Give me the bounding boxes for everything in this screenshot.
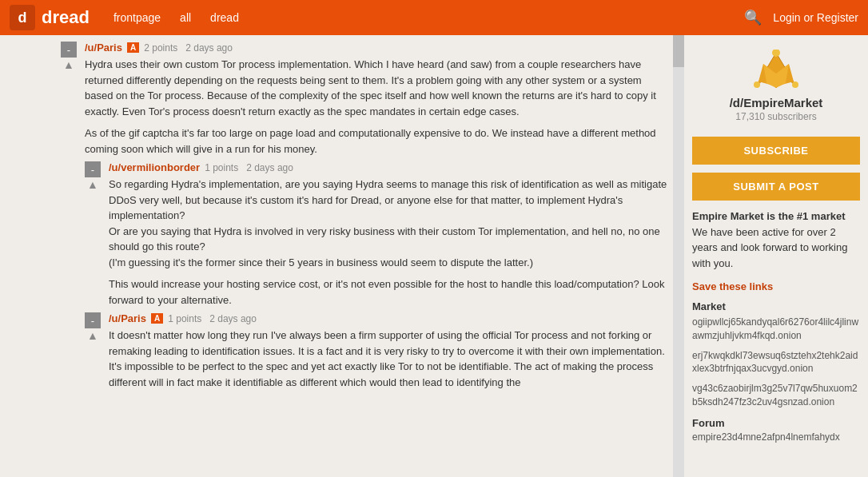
market-link-1[interactable]: ogiipwllcj65kandyqal6r6276or4lilc4jlinwa… [692,316,860,343]
vote-minus-3[interactable]: - [85,312,101,328]
svg-point-2 [754,81,760,88]
scrollbar-thumb[interactable] [673,35,684,67]
logo-icon: d [10,5,35,30]
main-container: - ▲ /u/Paris A 2 points 2 days ago Hydra… [0,35,868,477]
sidebar: /d/EmpireMarket 17,310 subscribers SUBSC… [684,35,868,477]
comment-header-1: /u/Paris A 2 points 2 days ago [85,42,670,54]
crown-icon [751,50,802,91]
community-name: /d/EmpireMarket [730,96,823,109]
comment-text-1: Hydra uses their own custom Tor process … [85,57,670,157]
vote-up-arrow-1[interactable]: ▲ [63,59,74,70]
save-links-heading: Save these links [692,280,860,292]
sidebar-logo-area: /d/EmpireMarket 17,310 subscribers [692,42,860,129]
nav-dread[interactable]: dread [210,11,239,24]
logo-text: dread [42,7,90,28]
svg-point-1 [772,50,780,57]
scrollbar-track[interactable] [673,35,684,477]
comment-main-1: /u/Paris A 2 points 2 days ago Hydra use… [85,42,670,157]
login-link[interactable]: Login [773,11,800,24]
vote-up-arrow-2[interactable]: ▲ [87,179,98,190]
search-icon[interactable]: 🔍 [744,9,762,26]
comment-main-2: /u/vermilionborder 1 points 2 days ago S… [109,161,670,308]
comment-meta-1: 2 points 2 days ago [144,42,233,54]
comment-header-2: /u/vermilionborder 1 points 2 days ago [109,161,670,173]
nav-right: 🔍 Login or Register [744,9,858,26]
forum-title: Forum [692,417,860,429]
market-link-3[interactable]: vg43c6zaobirjlm3g25v7l7qw5huxuom2b5ksdh2… [692,382,860,409]
market-link-2[interactable]: erj7kwqkdkl73ewsuq6stztehx2tehk2aidxlex3… [692,349,860,376]
market-title: Market [692,300,860,312]
sidebar-desc-bold: Empire Market is the #1 market [692,210,845,222]
nav-auth: Login or Register [773,11,858,24]
sidebar-desc-text: We have been active for over 2 years and… [692,226,847,269]
comment-main-3: /u/Paris A 1 points 2 days ago It doesn'… [109,312,670,390]
subscriber-count: 17,310 subscribers [735,111,816,122]
username-3[interactable]: /u/Paris [109,312,146,324]
username-1[interactable]: /u/Paris [85,42,122,54]
comment-meta-2: 1 points 2 days ago [205,162,293,173]
nav-all[interactable]: all [180,11,191,24]
comment-vote-2: - ▲ [83,161,102,308]
sidebar-description: Empire Market is the #1 market We have b… [692,209,860,271]
user-badge-3: A [151,313,163,324]
comment-text-2: So regarding Hydra's implementation, are… [109,177,670,308]
comment-block-3: - ▲ /u/Paris A 1 points 2 days ago It do… [80,312,673,390]
username-2[interactable]: /u/vermilionborder [109,161,200,173]
comment-block-2: - ▲ /u/vermilionborder 1 points 2 days a… [80,161,673,308]
register-link[interactable]: Register [817,11,858,24]
vote-up-arrow-3[interactable]: ▲ [87,330,98,341]
top-nav: d dread frontpage all dread 🔍 Login or R… [0,0,868,35]
comment-block: - ▲ /u/Paris A 2 points 2 days ago Hydra… [56,42,673,157]
nav-links: frontpage all dread [113,11,239,24]
left-gutter [0,35,56,477]
comment-header-3: /u/Paris A 1 points 2 days ago [109,312,670,324]
nav-or: or [804,11,814,24]
comment-text-3: It doesn't matter how long they run I've… [109,328,670,390]
vote-minus-2[interactable]: - [85,161,101,177]
content-area: - ▲ /u/Paris A 2 points 2 days ago Hydra… [56,35,673,477]
subscribe-button[interactable]: SUBSCRIBE [692,137,860,165]
comment-vote-3: - ▲ [83,312,102,390]
nav-logo[interactable]: d dread [10,5,90,30]
svg-point-3 [792,81,798,88]
vote-minus-1[interactable]: - [61,42,77,58]
forum-link[interactable]: empire23d4mne2afpn4lnemfahydx [692,431,860,443]
user-badge-1: A [127,42,139,53]
comment-vote-1: - ▲ [59,42,78,157]
submit-post-button[interactable]: SUBMIT A POST [692,173,860,201]
nav-frontpage[interactable]: frontpage [113,11,161,24]
comment-meta-3: 1 points 2 days ago [168,313,257,324]
